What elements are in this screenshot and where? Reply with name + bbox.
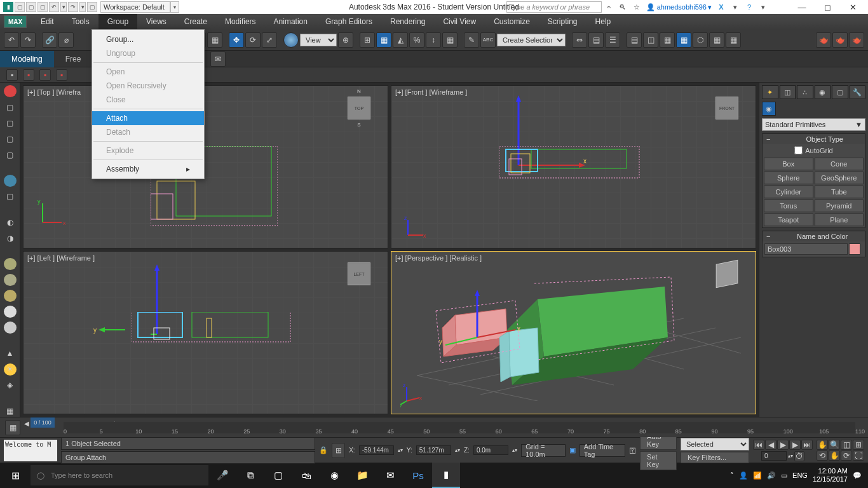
- ltool-3[interactable]: ▢: [4, 117, 17, 129]
- star-icon[interactable]: ☆: [631, 1, 642, 13]
- tray-up-icon[interactable]: ˄: [730, 471, 734, 480]
- ltool-6[interactable]: [4, 175, 17, 187]
- ltool-18[interactable]: ▦: [4, 405, 17, 417]
- primitive-torus[interactable]: Torus: [764, 200, 813, 212]
- globe-button[interactable]: [283, 32, 299, 48]
- ribbon-tab-free[interactable]: Free: [54, 51, 93, 67]
- viewport-left[interactable]: [+] [Left ] [Wireframe ] LEFT y: [23, 251, 388, 414]
- ribbon-tab-modeling[interactable]: Modeling: [0, 51, 54, 67]
- align-button[interactable]: ▤: [588, 32, 604, 48]
- link-button[interactable]: 🔗: [42, 32, 57, 48]
- taskbar-mail[interactable]: ✉: [376, 463, 404, 488]
- ltool-11[interactable]: [4, 274, 17, 286]
- menu-help[interactable]: Help: [587, 14, 620, 29]
- ltool-5[interactable]: ▢: [4, 149, 17, 161]
- render-prod-button[interactable]: 🫖: [832, 32, 848, 48]
- object-name-input[interactable]: Box003: [764, 243, 848, 255]
- material-editor-button[interactable]: ⬡: [693, 32, 708, 48]
- menu-customize[interactable]: Customize: [485, 14, 539, 29]
- save-icon[interactable]: ▢: [37, 2, 48, 12]
- primitive-teapot[interactable]: Teapot: [764, 214, 813, 226]
- ltool-1[interactable]: [4, 85, 17, 97]
- primitive-sphere[interactable]: Sphere: [764, 172, 813, 184]
- prev-frame-button[interactable]: ◀: [765, 440, 776, 450]
- selection-set-select[interactable]: Create Selection Se: [497, 34, 566, 46]
- primitive-cylinder[interactable]: Cylinder: [764, 186, 813, 198]
- nav-zoom[interactable]: 🔍: [829, 440, 840, 450]
- taskbar-explorer[interactable]: 📁: [348, 463, 376, 488]
- taskbar-chrome[interactable]: ◉: [320, 463, 348, 488]
- next-frame-button[interactable]: ▶: [789, 440, 801, 450]
- primitive-tube[interactable]: Tube: [815, 186, 864, 198]
- primitive-box[interactable]: Box: [764, 158, 813, 170]
- layer-button[interactable]: ☰: [605, 32, 620, 48]
- tool-c[interactable]: ▦: [442, 32, 458, 48]
- tray-people-icon[interactable]: 👤: [739, 471, 748, 480]
- move-button[interactable]: ✥: [229, 32, 244, 48]
- taskbar-store[interactable]: 🛍: [292, 463, 320, 488]
- app-icon[interactable]: ▮: [3, 2, 13, 12]
- time-tag[interactable]: Add Time Tag: [580, 444, 625, 457]
- timetag-icon[interactable]: ▣: [569, 446, 576, 454]
- redo-drop-icon[interactable]: ▾: [79, 2, 86, 12]
- key-mode-select[interactable]: Selected: [681, 438, 749, 451]
- ribbon-toggle-icon[interactable]: ✉: [210, 51, 226, 67]
- frame-indicator[interactable]: 0 / 100: [31, 417, 55, 428]
- undo-icon[interactable]: ↶: [49, 2, 59, 12]
- render-iter-button[interactable]: 🫖: [816, 32, 831, 48]
- menu-modifiers[interactable]: Modifiers: [216, 14, 265, 29]
- play-button[interactable]: ▶: [777, 440, 789, 450]
- redo-button[interactable]: ↷: [20, 32, 36, 48]
- link-icon[interactable]: ▢: [87, 2, 97, 12]
- menu-scripting[interactable]: Scripting: [539, 14, 587, 29]
- mic-icon[interactable]: 🎤: [208, 463, 236, 488]
- redo-icon[interactable]: ↷: [68, 2, 78, 12]
- percent-snap-button[interactable]: %: [409, 32, 424, 48]
- tray-wifi-icon[interactable]: 📶: [753, 471, 762, 480]
- create-tab[interactable]: ✦: [762, 85, 778, 99]
- viewport-front[interactable]: [+] [Front ] [Wireframe ] FRONT x zx: [391, 85, 756, 248]
- ltool-2[interactable]: ▢: [4, 101, 17, 113]
- object-type-rollout[interactable]: −Object Type: [763, 134, 865, 144]
- render-setup-button[interactable]: ▦: [709, 32, 724, 48]
- abc-button[interactable]: ABC: [480, 32, 496, 48]
- exchange-icon[interactable]: X: [715, 1, 727, 13]
- viewport-perspective[interactable]: [+] [Perspective ] [Realistic ]: [391, 251, 756, 414]
- ltool-12[interactable]: [4, 290, 17, 302]
- subtool-a[interactable]: ▪: [6, 69, 18, 81]
- menu-rendering[interactable]: Rendering: [381, 14, 434, 29]
- snap-button[interactable]: ⊞: [360, 32, 375, 48]
- goto-end-button[interactable]: ⏭: [801, 440, 813, 450]
- undo-drop-icon[interactable]: ▾: [60, 2, 67, 12]
- taskbar-edge[interactable]: ▢: [264, 463, 292, 488]
- ltool-13[interactable]: [4, 306, 17, 318]
- x-coord[interactable]: -59.144m: [359, 445, 394, 455]
- object-color-swatch[interactable]: [849, 243, 860, 255]
- ltool-17[interactable]: ◈: [4, 379, 17, 391]
- open-icon[interactable]: ▢: [26, 2, 36, 12]
- menu-grapheditors[interactable]: Graph Editors: [316, 14, 381, 29]
- ltool-15[interactable]: ▲: [4, 348, 17, 360]
- snap2-button[interactable]: ▦: [376, 32, 391, 48]
- display-tab[interactable]: ▢: [832, 85, 848, 99]
- spinner-snap-button[interactable]: ↕: [426, 32, 441, 48]
- category-select[interactable]: Standard Primitives▼: [762, 118, 865, 131]
- taskbar-3dsmax[interactable]: ▮: [432, 463, 460, 488]
- current-frame-input[interactable]: 0: [761, 451, 787, 461]
- minimize-button[interactable]: —: [789, 0, 815, 14]
- search-opts-icon[interactable]: 𝄐: [603, 1, 614, 13]
- menu-create[interactable]: Create: [175, 14, 216, 29]
- nav-fov[interactable]: ◫: [841, 440, 852, 450]
- menu-edit[interactable]: Edit: [32, 14, 63, 29]
- subtool-d[interactable]: ▪: [56, 69, 67, 81]
- ltool-9[interactable]: ◑: [4, 232, 17, 244]
- modify-tab[interactable]: ◫: [780, 85, 796, 99]
- menu-civilview[interactable]: Civil View: [434, 14, 485, 29]
- menu-animation[interactable]: Animation: [265, 14, 316, 29]
- taskview-icon[interactable]: ⧉: [236, 463, 264, 488]
- ltool-7[interactable]: ▢: [4, 191, 17, 203]
- primitive-cone[interactable]: Cone: [815, 158, 864, 170]
- mirror-button[interactable]: ⇔: [572, 32, 587, 48]
- workspace-drop-icon[interactable]: ▼: [170, 1, 179, 13]
- viewcube-left[interactable]: LEFT: [343, 258, 375, 290]
